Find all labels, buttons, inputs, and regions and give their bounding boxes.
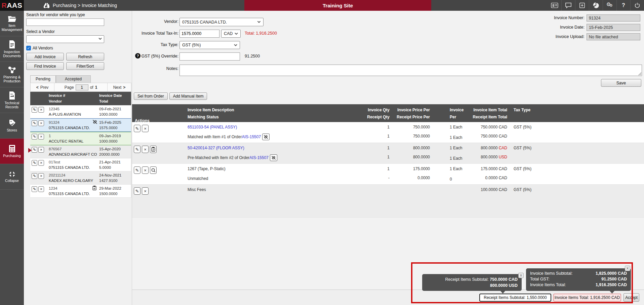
settings-gears-icon[interactable]: ⚙⚙ — [603, 0, 616, 11]
sidebar-item-collapse[interactable]: Collapse — [0, 164, 24, 190]
tab-pending[interactable]: Pending — [30, 75, 56, 83]
gear-small-icon: ⚙ — [609, 3, 613, 8]
logo-letters-aas: AAS — [7, 1, 22, 9]
edit-invoice-icon[interactable]: ✎ — [32, 186, 37, 192]
delete-invoice-icon[interactable]: × — [38, 134, 44, 140]
accept-button[interactable]: Accept — [623, 293, 639, 302]
delete-invoice-icon[interactable]: × — [38, 160, 44, 166]
delete-invoice-icon[interactable]: × — [38, 147, 44, 153]
vendor-select[interactable] — [26, 35, 104, 43]
edit-invoice-icon[interactable]: ✎ — [32, 134, 37, 140]
top-bar: RAAS Purchasing > Invoice Matching Train… — [0, 0, 644, 11]
unlink-button[interactable] — [262, 134, 270, 140]
vendor-dropdown[interactable]: 0751315 CANADA LTD. — [179, 18, 264, 26]
sidebar-item-inspection-documents[interactable]: Inspection Documents — [0, 36, 24, 62]
currency-dropdown[interactable]: CAD — [221, 30, 241, 38]
tax-type-dropdown[interactable]: GST (5%) — [179, 41, 240, 49]
edit-item-icon[interactable]: ✎ — [134, 146, 140, 153]
delete-item-icon[interactable]: × — [142, 187, 149, 195]
calculator-icon — [9, 145, 15, 152]
find-invoice-button[interactable]: Find Invoice — [26, 62, 64, 70]
help-icon[interactable]: ? — [616, 0, 630, 11]
sidebar-item-purchasing[interactable]: Purchasing — [0, 139, 24, 164]
prev-page-button[interactable]: <Prev — [31, 83, 54, 91]
sidebar-item-item-management[interactable]: Item Management — [0, 11, 24, 36]
invoice-upload-label: Invoice Upload: — [541, 34, 585, 39]
sel-from-order-button[interactable]: Sel from Order — [134, 92, 168, 100]
power-icon[interactable] — [630, 0, 644, 11]
total-pages: 1 — [95, 85, 97, 90]
invoice-row[interactable]: ✎× 876567ADVANCED AIRCRAFT CO 15-Apr-202… — [30, 145, 131, 158]
edit-item-icon[interactable]: ✎ — [134, 187, 140, 195]
delete-invoice-icon[interactable]: × — [38, 120, 44, 126]
invoice-items-table: Actions Invoice Item DescriptionMatching… — [132, 104, 644, 218]
invoice-row[interactable]: ✎× 12345A-PLUS AVIATION 09-Feb-20211000.… — [30, 105, 131, 118]
edit-item-icon[interactable]: ✎ — [134, 166, 140, 174]
app-logo[interactable]: RAAS — [0, 0, 24, 11]
of-label: of — [90, 85, 93, 90]
chevron-down-icon — [235, 33, 238, 35]
invoice-total-input[interactable] — [179, 30, 219, 38]
save-button[interactable]: Save — [601, 79, 641, 87]
invoice-row[interactable]: ✎× 01Test0751315 CANADA LTD. 21-Apr-2021… — [30, 158, 131, 171]
edit-invoice-icon[interactable]: ✎ — [32, 147, 37, 153]
all-vendors-checkbox[interactable]: ✓ — [26, 46, 31, 50]
edit-invoice-icon[interactable]: ✎ — [32, 160, 37, 166]
gst-override-input[interactable] — [179, 52, 240, 61]
close-icon[interactable]: X — [625, 266, 630, 271]
sidebar-item-planning-production[interactable]: Planning & Production — [0, 62, 24, 87]
delete-item-icon[interactable]: × — [142, 125, 149, 132]
chat-icon[interactable] — [561, 0, 575, 11]
invoice-list-header: Invoice #Vendor Invoice DateTotal — [30, 92, 131, 105]
pie-chart-icon[interactable] — [589, 0, 603, 11]
delete-invoice-icon[interactable]: × — [38, 173, 44, 179]
invoice-row[interactable]: ✎× 20211124KADEX AERO CALGARY 24-Nov-202… — [30, 171, 131, 185]
filter-sort-button[interactable]: Filter/Sort — [66, 62, 104, 70]
add-manual-item-button[interactable]: Add Manual Item — [169, 92, 207, 100]
search-item-icon[interactable] — [150, 166, 157, 174]
unlink-button[interactable] — [270, 154, 277, 161]
invoice-row-selected[interactable]: ✎× 913240751315 CANADA LTD. 15-Feb-20251… — [30, 118, 131, 132]
add-invoice-button[interactable]: Add Invoice — [26, 53, 64, 61]
tab-accepted[interactable]: Accepted — [56, 75, 91, 83]
delete-invoice-icon[interactable]: × — [38, 107, 44, 113]
sidebar-item-technical-records[interactable]: Technical Records — [0, 87, 24, 113]
vendor-search-input[interactable] — [26, 18, 104, 26]
receipt-subtotal-tooltip: Receipt Items Subtotal: 750.0000 CAD 800… — [422, 274, 522, 291]
item-description-link[interactable]: 6511033-54 (PANEL ASSY) — [188, 125, 237, 129]
order-link[interactable]: AIS-15507 — [249, 155, 269, 160]
id-card-icon[interactable] — [548, 0, 561, 11]
invoice-pager: <Prev Page of 1 Next> — [30, 83, 131, 92]
edit-invoice-icon[interactable]: ✎ — [32, 173, 37, 179]
invoice-upload-value[interactable]: No file attached — [587, 33, 640, 40]
clipboard-item-icon[interactable] — [150, 146, 157, 153]
refresh-button[interactable]: Refresh — [66, 53, 104, 61]
vendor-panel: Search for vendor while you type Select … — [24, 11, 132, 305]
invoice-row[interactable]: ✎× 12340751315 CANADA LTD. 29-Mar-202215… — [30, 185, 131, 198]
item-row: ✎ × Misc Fees 100.0000 CAD GST (5%) — [132, 185, 644, 218]
item-description: 1267 (Tape, P-Static) — [188, 166, 226, 171]
resize-grip-icon[interactable] — [638, 72, 641, 75]
folder-icon — [8, 15, 16, 22]
collapse-arrows-icon — [8, 171, 16, 177]
edit-item-icon[interactable]: ✎ — [134, 125, 140, 132]
order-link[interactable]: AIS-15507 — [242, 135, 261, 139]
next-page-button[interactable]: Next> — [108, 83, 131, 91]
edit-invoice-icon[interactable]: ✎ — [32, 120, 37, 126]
delete-item-icon[interactable]: × — [142, 146, 149, 153]
delete-invoice-icon[interactable]: × — [38, 186, 44, 192]
close-icon[interactable]: X — [518, 273, 524, 278]
edit-invoice-icon[interactable]: ✎ — [32, 107, 37, 113]
notes-textarea[interactable] — [179, 65, 642, 76]
binoculars-icon — [43, 3, 50, 8]
sidebar-item-stores[interactable]: Stores — [0, 113, 24, 139]
receipt-subtotal-button[interactable]: Receipt Items Subtotal: 1,550.0000 — [479, 294, 551, 302]
invoice-row-accepted[interactable]: ✎× 1ACCUTEC RENTAL 09-Jan-20191000.0000 — [30, 132, 131, 145]
invoice-date-value[interactable]: 15-Feb-2025 — [587, 24, 640, 31]
delete-item-icon[interactable]: × — [142, 166, 149, 174]
add-window-icon[interactable] — [575, 0, 589, 11]
page-number-input[interactable] — [76, 84, 88, 90]
item-description-link[interactable]: 50-420014-327 (FLOOR ASSY) — [188, 146, 244, 150]
active-module-arrow — [28, 148, 32, 153]
invoice-total-button[interactable]: Invoice Items Total: 1,916.2500 CAD — [553, 294, 621, 302]
